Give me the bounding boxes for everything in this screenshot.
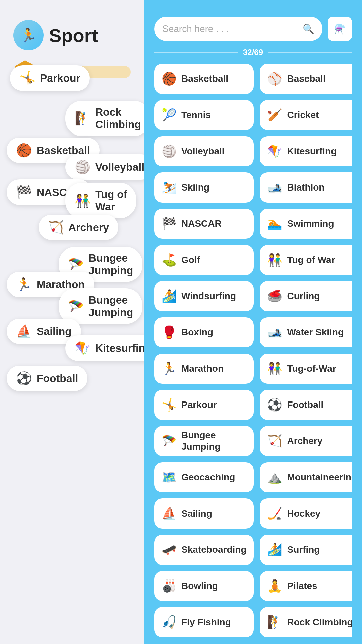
grid-sport-card[interactable]: 🏃Marathon <box>154 354 254 384</box>
sport-emoji: ⚾ <box>267 72 282 86</box>
sport-label: Football <box>287 399 323 411</box>
sport-label: Marathon <box>181 363 224 374</box>
sport-emoji: ⛰️ <box>267 470 282 484</box>
grid-sport-card[interactable]: 🏁NASCAR <box>154 209 254 239</box>
grid-sport-card[interactable]: 🏏Cricket <box>260 100 352 130</box>
grid-sport-card[interactable]: 🏹Archery <box>260 426 352 456</box>
sport-emoji: 🧗 <box>267 615 282 629</box>
app-icon: 🏃 <box>13 20 44 50</box>
grid-sport-card[interactable]: ⛷️Skiing <box>154 172 254 203</box>
grid-sport-card[interactable]: 🧗Rock Climbing <box>260 607 352 637</box>
sport-label: Fly Fishing <box>181 616 231 628</box>
count-row: 32/69 <box>154 48 352 57</box>
nascar-emoji: 🏁 <box>16 185 32 200</box>
sport-emoji: 🎣 <box>162 615 177 629</box>
archery-label: Archery <box>68 221 109 234</box>
left-card-tug-of-war[interactable]: 👫Tug of War <box>65 183 136 218</box>
sport-label: Mountaineering <box>287 472 352 483</box>
sport-label: Basketball <box>181 73 228 85</box>
sport-label: Windsurfing <box>181 290 236 302</box>
sport-emoji: 🥊 <box>162 325 177 339</box>
sport-emoji: 👫 <box>267 362 282 376</box>
grid-sport-card[interactable]: 🛹Skateboarding <box>154 535 254 565</box>
grid-sport-card[interactable]: ⛵Sailing <box>154 498 254 529</box>
grid-sport-card[interactable]: 🏊Swimming <box>260 209 352 239</box>
grid-sport-card[interactable]: 🎳Bowling <box>154 571 254 601</box>
sport-emoji: 🥌 <box>267 289 282 303</box>
grid-sport-card[interactable]: ⛳Golf <box>154 245 254 275</box>
left-card-volleyball[interactable]: 🏐Volleyball <box>65 154 144 180</box>
grid-sport-card[interactable]: 🏐Volleyball <box>154 136 254 166</box>
sport-label: Parkour <box>181 399 217 411</box>
basketball-emoji: 🏀 <box>16 143 32 158</box>
marathon-emoji: 🏃 <box>16 277 32 292</box>
left-panel: 🏃 Sport 📚 32/69 🤸Parkour🧗Rock Climbing🏀B… <box>0 0 144 644</box>
sport-label: Tug-of-War <box>287 363 336 374</box>
search-box[interactable]: Search here . . . 🔍 <box>154 17 322 41</box>
left-card-rock-climbing[interactable]: 🧗Rock Climbing <box>65 101 144 136</box>
sport-label: Golf <box>181 254 200 266</box>
parkour-emoji: 🤸 <box>19 71 35 86</box>
grid-sport-card[interactable]: 🎣Fly Fishing <box>154 607 254 637</box>
grid-sport-card[interactable]: 🏒Hockey <box>260 498 352 529</box>
sport-label: Surfing <box>287 544 320 555</box>
sport-emoji: 🎳 <box>162 579 177 593</box>
grid-sport-card[interactable]: ⛰️Mountaineering <box>260 462 352 492</box>
left-card-archery[interactable]: 🏹Archery <box>39 215 118 240</box>
search-icon: 🔍 <box>303 23 314 35</box>
grid-sport-card[interactable]: 🧘Pilates <box>260 571 352 601</box>
search-placeholder: Search here . . . <box>162 23 299 34</box>
sport-label: Baseball <box>287 73 325 85</box>
grid-sport-card[interactable]: 🎾Tennis <box>154 100 254 130</box>
sport-label: Tug of War <box>287 254 335 266</box>
sport-label: Tennis <box>181 109 211 121</box>
grid-sport-card[interactable]: 🏄Surfing <box>260 535 352 565</box>
sport-emoji: 🏃 <box>162 362 177 376</box>
grid-sport-card[interactable]: 👫Tug-of-War <box>260 354 352 384</box>
grid-sport-card[interactable]: 👫Tug of War <box>260 245 352 275</box>
sport-label: Biathlon <box>287 182 324 193</box>
sport-emoji: 🏊 <box>267 217 282 231</box>
sport-emoji: ⛷️ <box>162 180 177 195</box>
sport-label: Cricket <box>287 109 319 121</box>
sport-emoji: ⛳ <box>162 253 177 267</box>
left-card-kitesurfing[interactable]: 🪁Kitesurfing <box>65 335 144 361</box>
grid-sport-card[interactable]: 🎿Water Skiing <box>260 317 352 347</box>
grid-sport-card[interactable]: 🪂Bungee Jumping <box>154 426 254 456</box>
sport-label: NASCAR <box>181 218 222 229</box>
right-panel: Search here . . . 🔍 ⚗️ 32/69 🏀Basketball… <box>144 0 362 644</box>
grid-sport-card[interactable]: 🏄Windsurfing <box>154 281 254 311</box>
app-header: 🏃 Sport <box>0 0 144 57</box>
count-line-left <box>154 52 238 53</box>
sport-label: Bowling <box>181 580 218 592</box>
grid-sport-card[interactable]: 🥌Curling <box>260 281 352 311</box>
sailing-emoji: ⛵ <box>16 324 32 339</box>
count-text: 32/69 <box>243 48 263 57</box>
volleyball-emoji: 🏐 <box>75 160 90 174</box>
grid-sport-card[interactable]: ⚾Baseball <box>260 64 352 94</box>
left-card-parkour[interactable]: 🤸Parkour <box>10 65 90 91</box>
sport-label: Swimming <box>287 218 334 229</box>
sport-label: Skiing <box>181 182 209 193</box>
grid-sport-card[interactable]: 🤸Parkour <box>154 390 254 420</box>
grid-sport-card[interactable]: 🪁Kitesurfing <box>260 136 352 166</box>
bungee-jumping-1-emoji: 🪂 <box>68 257 84 272</box>
parkour-label: Parkour <box>40 72 80 85</box>
grid-sport-card[interactable]: 🥊Boxing <box>154 317 254 347</box>
sport-label: Pilates <box>287 580 317 592</box>
left-card-football[interactable]: ⚽Football <box>7 366 87 391</box>
football-emoji: ⚽ <box>16 371 32 386</box>
sport-emoji: 🎾 <box>162 108 177 122</box>
count-line-right <box>268 52 352 53</box>
sport-emoji: 🗺️ <box>162 470 177 484</box>
filter-button[interactable]: ⚗️ <box>328 17 352 41</box>
grid-sport-card[interactable]: 🗺️Geocaching <box>154 462 254 492</box>
grid-sport-card[interactable]: 🏀Basketball <box>154 64 254 94</box>
sport-emoji: 🏀 <box>162 72 177 86</box>
app-title: Sport <box>49 24 98 46</box>
sport-label: Boxing <box>181 327 213 338</box>
grid-sport-card[interactable]: ⚽Football <box>260 390 352 420</box>
bungee-jumping-1-label: Bungee Jumping <box>88 252 133 277</box>
grid-sport-card[interactable]: 🎿Biathlon <box>260 172 352 203</box>
sport-emoji: 🏐 <box>162 144 177 158</box>
